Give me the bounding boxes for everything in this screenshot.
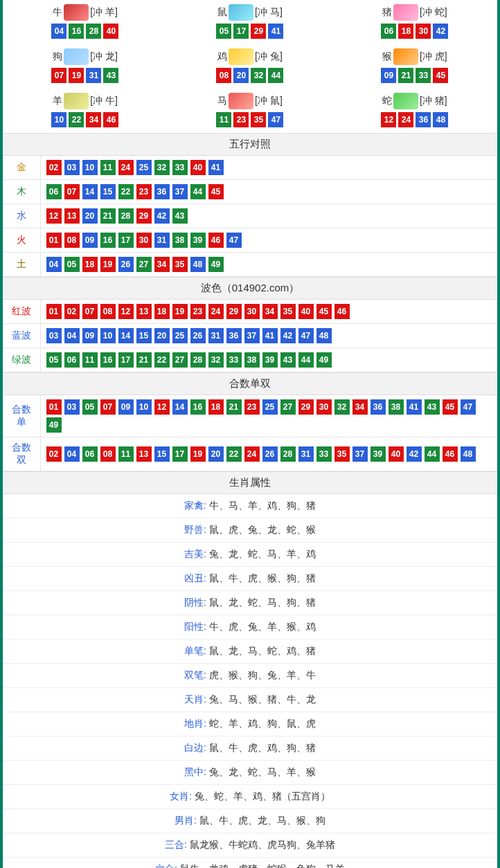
- num-badge: 28: [86, 24, 101, 39]
- zodiac-name: 猴: [382, 51, 392, 63]
- num-badge: 20: [82, 208, 98, 224]
- num-badge: 04: [51, 24, 66, 39]
- attr-row: 阴性: 鼠、龙、蛇、马、狗、猪: [3, 591, 497, 615]
- attr-row: 六合: 鼠牛、龙鸡、虎猪、蛇猴、兔狗、马羊: [3, 858, 497, 868]
- num-badge: 22: [226, 446, 242, 462]
- num-badge: 27: [136, 257, 152, 272]
- num-badge: 46: [208, 233, 224, 248]
- zodiac-cell: 羊[冲 牛]10223446: [3, 89, 168, 133]
- attr-label: 白边:: [184, 742, 206, 753]
- num-badge: 15: [136, 328, 152, 343]
- zodiac-name: 羊: [53, 95, 62, 107]
- num-badge: 16: [100, 233, 116, 248]
- num-badge: 26: [190, 328, 206, 343]
- num-badge: 11: [82, 352, 98, 368]
- num-badge: 11: [216, 112, 231, 127]
- attr-label: 凶丑:: [184, 572, 206, 584]
- row-nums: 03040910141520252631363741424748: [40, 324, 497, 348]
- num-badge: 33: [416, 68, 431, 83]
- num-badge: 36: [370, 399, 386, 415]
- attr-row: 黑中: 兔、龙、蛇、马、羊、猴: [3, 761, 497, 785]
- num-badge: 28: [190, 352, 206, 368]
- num-badge: 35: [280, 304, 296, 319]
- num-badge: 40: [103, 24, 118, 39]
- num-badge: 20: [208, 446, 224, 462]
- zodiac-icon: [393, 4, 418, 21]
- zodiac-icon: [229, 4, 253, 21]
- num-badge: 05: [216, 24, 231, 39]
- num-badge: 04: [64, 328, 80, 343]
- num-badge: 08: [100, 304, 116, 319]
- num-badge: 43: [172, 208, 188, 224]
- num-badge: 33: [316, 446, 332, 462]
- num-badge: 21: [100, 208, 116, 224]
- attr-row: 白边: 鼠、牛、虎、鸡、狗、猪: [3, 736, 497, 761]
- num-badge: 10: [82, 160, 98, 175]
- num-badge: 38: [172, 233, 188, 248]
- attr-value: 兔、龙、蛇、马、羊、猴: [206, 766, 316, 777]
- zodiac-cell: 鸡[冲 兔]08203244: [168, 44, 332, 89]
- num-badge: 34: [262, 304, 278, 319]
- attr-value: 牛、虎、兔、羊、猴、鸡: [206, 621, 316, 632]
- zodiac-nums: 09213345: [332, 68, 497, 83]
- row-nums: 0204060811131517192022242628313335373940…: [40, 437, 497, 471]
- zodiac-nums: 11233547: [168, 112, 332, 127]
- num-badge: 19: [172, 304, 188, 319]
- num-badge: 11: [118, 446, 134, 462]
- num-badge: 35: [334, 446, 350, 462]
- row-nums: 04051819262734354849: [40, 253, 497, 277]
- attr-row: 野兽: 鼠、虎、兔、龙、蛇、猴: [3, 518, 497, 543]
- row-label: 水: [3, 204, 40, 228]
- num-badge: 03: [64, 160, 80, 175]
- attr-row: 女肖: 兔、蛇、羊、鸡、猪（五宫肖）: [3, 785, 497, 809]
- num-badge: 29: [298, 399, 314, 415]
- num-badge: 37: [172, 184, 188, 199]
- num-badge: 38: [389, 399, 404, 415]
- attr-row: 单笔: 鼠、龙、马、蛇、鸡、猪: [3, 640, 497, 664]
- num-badge: 07: [64, 184, 80, 199]
- attr-label: 吉美:: [184, 548, 206, 559]
- zodiac-name: 猪: [382, 6, 392, 19]
- num-badge: 30: [416, 24, 431, 39]
- num-badge: 49: [208, 257, 224, 272]
- num-badge: 39: [262, 352, 278, 368]
- num-badge: 49: [316, 352, 332, 368]
- num-badge: 28: [280, 446, 296, 462]
- num-badge: 13: [136, 446, 152, 462]
- num-badge: 17: [233, 24, 249, 39]
- num-badge: 44: [268, 68, 283, 83]
- num-badge: 33: [172, 160, 188, 175]
- num-badge: 20: [154, 328, 170, 343]
- num-badge: 19: [69, 68, 84, 83]
- num-badge: 35: [251, 112, 266, 127]
- attr-value: 鼠龙猴、牛蛇鸡、虎马狗、兔羊猪: [187, 839, 335, 850]
- zodiac-cell: 鼠[冲 马]05172941: [168, 0, 332, 44]
- num-badge: 43: [103, 68, 118, 83]
- num-badge: 45: [433, 68, 448, 83]
- num-badge: 22: [118, 184, 134, 199]
- zodiac-nums: 04162840: [3, 24, 168, 39]
- num-badge: 44: [298, 352, 314, 368]
- num-badge: 46: [443, 446, 458, 462]
- num-badge: 12: [46, 208, 62, 224]
- num-badge: 31: [86, 68, 101, 83]
- num-badge: 40: [298, 304, 314, 319]
- num-badge: 10: [51, 112, 66, 127]
- num-badge: 29: [251, 24, 266, 39]
- attr-row: 家禽: 牛、马、羊、鸡、狗、猪: [3, 494, 497, 518]
- num-badge: 08: [100, 446, 116, 462]
- num-badge: 27: [172, 352, 188, 368]
- attr-value: 鼠、龙、马、蛇、鸡、猪: [206, 645, 316, 656]
- num-badge: 43: [280, 352, 296, 368]
- num-badge: 12: [154, 399, 170, 415]
- attr-value: 鼠、牛、虎、鸡、狗、猪: [206, 742, 316, 753]
- zodiac-icon: [64, 48, 89, 65]
- num-badge: 47: [298, 328, 314, 343]
- num-badge: 32: [334, 399, 350, 415]
- zodiac-cell: 牛[冲 羊]04162840: [3, 0, 168, 44]
- num-badge: 11: [100, 160, 116, 175]
- num-badge: 07: [100, 399, 116, 415]
- num-badge: 36: [416, 112, 431, 127]
- shengxiao-rows: 家禽: 牛、马、羊、鸡、狗、猪野兽: 鼠、虎、兔、龙、蛇、猴吉美: 兔、龙、蛇、…: [3, 494, 497, 868]
- num-badge: 13: [136, 304, 152, 319]
